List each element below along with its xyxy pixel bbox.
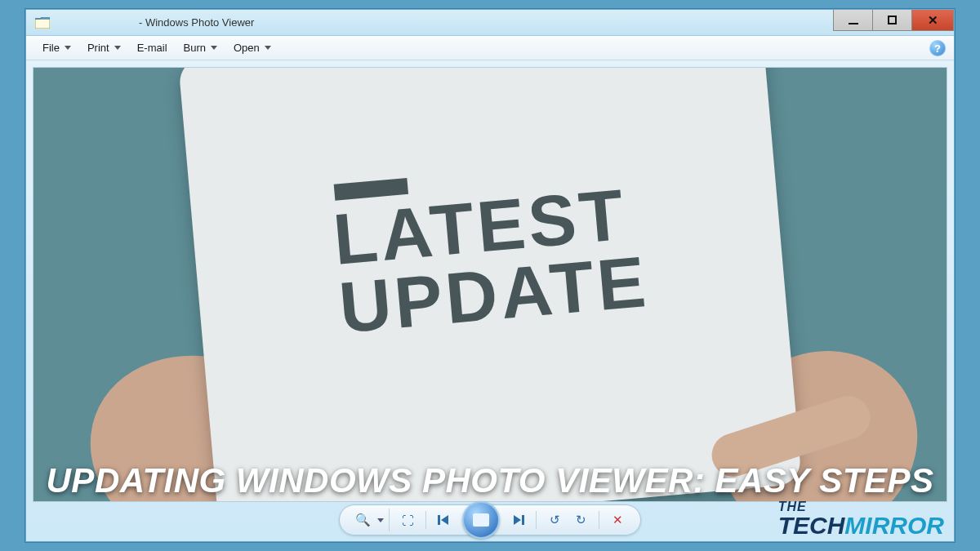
previous-icon bbox=[437, 514, 452, 526]
window-title: - Windows Photo Viewer bbox=[139, 16, 254, 29]
close-button[interactable]: ✕ bbox=[911, 10, 954, 31]
help-button[interactable]: ? bbox=[929, 40, 946, 56]
svg-rect-2 bbox=[522, 515, 524, 525]
image-canvas: LATEST UPDATE bbox=[33, 67, 947, 502]
rotate-right-icon: ↻ bbox=[576, 513, 586, 527]
svg-rect-0 bbox=[35, 19, 50, 29]
menu-print[interactable]: Print bbox=[79, 36, 129, 60]
delete-button[interactable]: ✕ bbox=[606, 509, 629, 531]
rotate-right-button[interactable]: ↻ bbox=[569, 509, 592, 531]
next-icon bbox=[510, 514, 525, 526]
help-icon: ? bbox=[934, 42, 941, 55]
svg-rect-1 bbox=[438, 515, 440, 525]
overlay-caption: UPDATING WINDOWS PHOTO VIEWER: EASY STEP… bbox=[0, 461, 980, 500]
previous-button[interactable] bbox=[433, 509, 456, 531]
chevron-down-icon bbox=[377, 518, 384, 522]
menu-email[interactable]: E-mail bbox=[129, 36, 176, 60]
menu-open-label: Open bbox=[234, 42, 260, 54]
zoom-control[interactable]: 🔍 bbox=[351, 509, 390, 531]
chevron-down-icon bbox=[114, 46, 121, 50]
chevron-down-icon bbox=[65, 46, 71, 50]
rotate-left-icon: ↺ bbox=[550, 513, 560, 527]
slideshow-button[interactable] bbox=[462, 501, 500, 539]
menu-burn[interactable]: Burn bbox=[176, 36, 225, 60]
menubar: File Print E-mail Burn Open ? bbox=[26, 36, 954, 60]
fit-window-button[interactable]: ⛶ bbox=[396, 509, 419, 531]
titlebar: - Windows Photo Viewer ✕ bbox=[26, 10, 954, 36]
window-controls: ✕ bbox=[833, 10, 954, 31]
rotate-left-button[interactable]: ↺ bbox=[543, 509, 566, 531]
menu-open[interactable]: Open bbox=[225, 36, 279, 60]
slideshow-icon bbox=[473, 513, 489, 527]
magnifier-icon: 🔍 bbox=[351, 509, 374, 531]
app-icon bbox=[34, 16, 51, 29]
chevron-down-icon bbox=[265, 46, 271, 50]
menu-print-label: Print bbox=[87, 42, 109, 54]
image-text: LATEST UPDATE bbox=[329, 158, 652, 342]
menu-file-label: File bbox=[42, 42, 60, 54]
menu-burn-label: Burn bbox=[184, 42, 206, 54]
separator bbox=[425, 511, 426, 529]
separator bbox=[599, 511, 599, 529]
fit-icon: ⛶ bbox=[402, 513, 414, 527]
brand-logo: THE TECHMIRROR bbox=[778, 500, 944, 538]
brand-line2: TECHMIRROR bbox=[778, 513, 944, 538]
menu-email-label: E-mail bbox=[137, 42, 167, 54]
photo-toolbar: 🔍 ⛶ ↺ ↻ ✕ bbox=[339, 504, 641, 535]
minimize-button[interactable] bbox=[833, 10, 872, 31]
menu-file[interactable]: File bbox=[34, 36, 79, 60]
separator bbox=[536, 511, 537, 529]
maximize-button[interactable] bbox=[872, 10, 911, 31]
chevron-down-icon bbox=[211, 46, 217, 50]
next-button[interactable] bbox=[506, 509, 529, 531]
delete-icon: ✕ bbox=[612, 513, 623, 527]
